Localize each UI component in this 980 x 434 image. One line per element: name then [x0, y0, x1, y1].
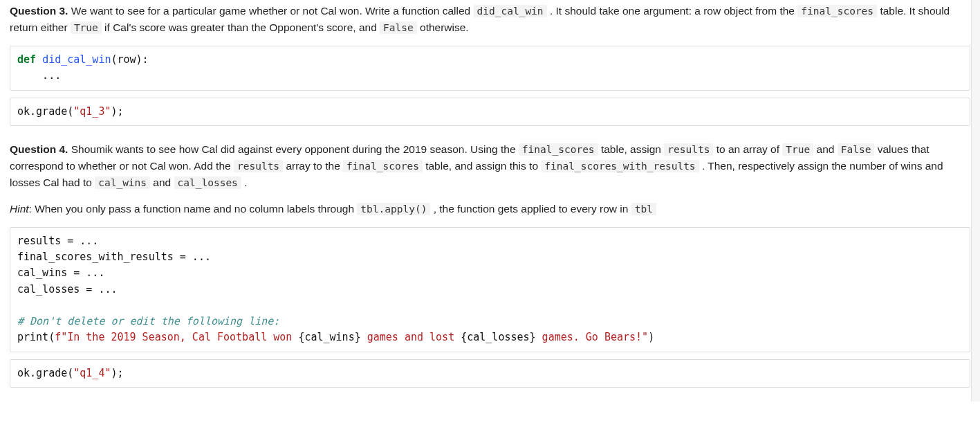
scrollbar-track[interactable] [971, 0, 980, 401]
c3-expr1: {cal_wins} [298, 331, 360, 343]
token-call-prefix: ok.grade( [17, 367, 73, 379]
code-cell-q4[interactable]: results = ... final_scores_with_results … [10, 227, 970, 352]
q3-code-fn: did_cal_win [474, 5, 547, 17]
c3-print-prefix: print( [17, 331, 55, 343]
question-4-label: Question 4. [10, 143, 68, 155]
token-call-suffix: ); [111, 105, 123, 118]
c3-print-suffix: ) [648, 331, 654, 343]
q4-t6: array to the [283, 160, 343, 172]
hint-t2: , the function gets applied to every row… [430, 203, 631, 215]
q3-text-b: . It should take one argument: a row obj… [547, 5, 798, 17]
q3-code-false: False [380, 21, 417, 34]
q4-c7: final_scores_with_results [541, 160, 699, 172]
q4-c4: False [838, 143, 875, 156]
code-cell-grade-q1-3[interactable]: ok.grade("q1_3"); [10, 98, 970, 126]
hint-t1: : When you only pass a function name and… [29, 203, 358, 215]
q4-c5: results [234, 160, 283, 172]
c3-l2: final_scores_with_results = ... [17, 251, 211, 263]
q3-text-e: otherwise. [417, 21, 469, 33]
hint-c2: tbl [631, 203, 656, 215]
c3-fstr-b: games and lost [361, 331, 461, 343]
token-def-keyword: def [17, 53, 36, 66]
code-cell-grade-q1-4[interactable]: ok.grade("q1_4"); [10, 359, 970, 388]
q4-c9: cal_losses [174, 177, 241, 189]
token-fn-name: did_cal_win [42, 53, 111, 66]
q4-c8: cal_wins [95, 177, 150, 189]
q4-t2: table, assign [598, 143, 665, 155]
c3-l1: results = ... [17, 235, 98, 247]
c3-expr2: {cal_losses} [461, 331, 535, 343]
token-space [36, 53, 42, 66]
q4-c1: final_scores [519, 143, 598, 156]
token-call-suffix: ); [111, 367, 123, 379]
c3-fstr-a: f"In the 2019 Season, Cal Football won [55, 331, 298, 343]
code-line-ellipsis: ... [17, 69, 61, 82]
q3-text-d: if Cal's score was greater than the Oppo… [102, 21, 380, 33]
token-string: "q1_3" [73, 105, 111, 118]
q3-code-table: final_scores [797, 5, 877, 17]
c3-fstr-c: games. Go Bears!" [536, 331, 649, 343]
hint-c1: tbl.apply() [357, 203, 430, 215]
question-3-label: Question 3. [10, 5, 68, 17]
question-4-prompt: Question 4. Shoumik wants to see how Cal… [10, 141, 970, 191]
question-3-prompt: Question 3. We want to see for a particu… [10, 3, 970, 36]
q4-t9: and [150, 177, 174, 188]
notebook-page: Question 3. We want to see for a particu… [0, 0, 980, 401]
q4-t3: to an array of [713, 143, 782, 155]
q4-c3: True [782, 143, 813, 156]
code-cell-q3[interactable]: def did_cal_win(row): ... [10, 46, 970, 91]
token-string: "q1_4" [73, 367, 111, 379]
c3-l3: cal_wins = ... [17, 266, 104, 279]
c3-comment: # Don't delete or edit the following lin… [17, 315, 279, 327]
q3-text-a: We want to see for a particular game whe… [68, 5, 473, 17]
token-sig-rest: (row): [111, 53, 148, 66]
c3-l4: cal_losses = ... [17, 283, 118, 296]
q4-t4: and [813, 143, 837, 155]
q4-t10: . [241, 177, 248, 188]
hint-label: Hint [10, 203, 29, 215]
token-call-prefix: ok.grade( [17, 105, 73, 118]
q4-t1: Shoumik wants to see how Cal did against… [68, 143, 518, 155]
q4-t7: table, and assign this to [423, 160, 541, 172]
q3-code-true: True [71, 21, 102, 34]
q4-c2: results [664, 143, 713, 156]
q4-c6: final_scores [343, 160, 423, 172]
question-4-hint: Hint: When you only pass a function name… [10, 201, 970, 217]
